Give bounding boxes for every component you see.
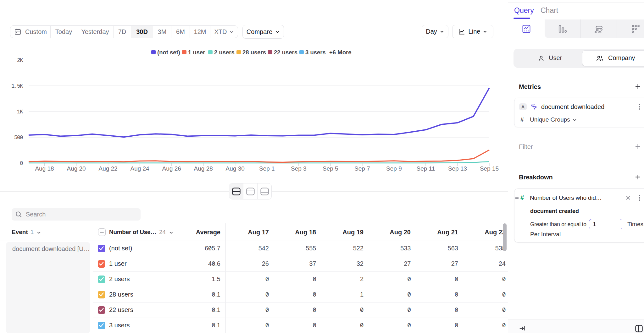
svg-text:Sep 3: Sep 3: [291, 165, 307, 172]
svg-text:Aug 18: Aug 18: [35, 165, 54, 172]
svg-text:Aug 24: Aug 24: [130, 165, 149, 172]
svg-text:Sep 1: Sep 1: [259, 165, 275, 172]
svg-text:Sep 7: Sep 7: [354, 165, 370, 172]
svg-text:1K: 1K: [17, 109, 23, 115]
svg-text:2K: 2K: [17, 57, 23, 63]
svg-text:Sep 13: Sep 13: [448, 165, 467, 172]
svg-text:500: 500: [14, 134, 23, 141]
svg-text:Aug 22: Aug 22: [98, 165, 117, 172]
svg-text:Sep 5: Sep 5: [323, 165, 338, 172]
svg-text:Aug 26: Aug 26: [162, 165, 181, 172]
svg-text:Sep 9: Sep 9: [386, 165, 402, 172]
svg-text:Aug 30: Aug 30: [226, 165, 245, 172]
svg-text:Aug 28: Aug 28: [194, 165, 213, 172]
svg-text:1.5K: 1.5K: [11, 83, 23, 89]
svg-text:Sep 11: Sep 11: [416, 165, 435, 172]
svg-text:Sep 15: Sep 15: [480, 165, 499, 172]
svg-text:Aug 20: Aug 20: [67, 165, 86, 172]
svg-text:0: 0: [20, 160, 23, 166]
